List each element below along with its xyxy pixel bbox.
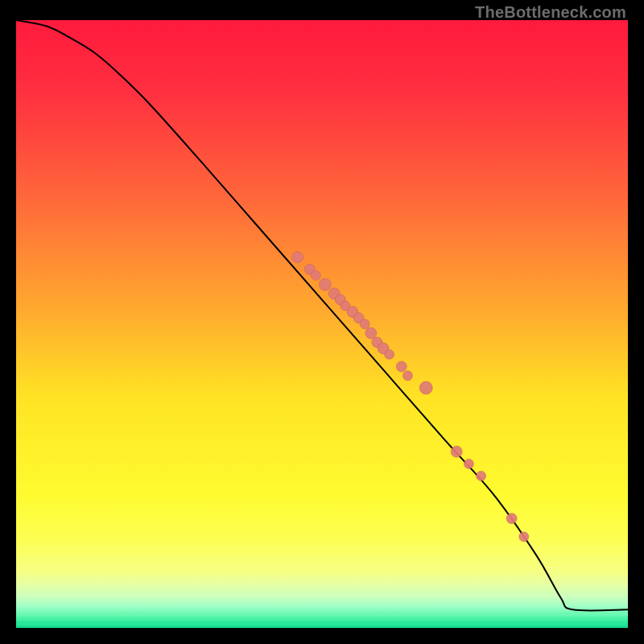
data-point — [419, 382, 432, 394]
data-point — [365, 328, 377, 339]
svg-rect-13 — [16, 605, 628, 606]
svg-rect-12 — [16, 600, 628, 601]
svg-rect-17 — [16, 623, 628, 625]
svg-rect-0 — [16, 543, 628, 544]
data-point — [396, 361, 407, 372]
data-point — [464, 459, 473, 469]
svg-rect-15 — [16, 614, 628, 616]
data-point — [319, 279, 331, 291]
svg-rect-11 — [16, 595, 628, 597]
svg-rect-1 — [16, 547, 628, 549]
data-point — [292, 251, 303, 262]
data-point — [519, 532, 529, 542]
data-point — [311, 270, 320, 280]
plot-area — [16, 20, 628, 628]
data-point — [477, 471, 486, 481]
svg-rect-14 — [16, 609, 628, 611]
gradient-background — [16, 20, 628, 628]
chart-stage: TheBottleneck.com — [0, 0, 644, 644]
data-point — [451, 446, 462, 457]
chart-svg — [16, 20, 628, 628]
data-point — [506, 514, 517, 524]
svg-rect-6 — [16, 572, 628, 573]
data-point — [385, 349, 394, 359]
svg-rect-8 — [16, 580, 628, 582]
svg-rect-10 — [16, 590, 628, 592]
svg-rect-4 — [16, 562, 628, 564]
data-point — [360, 320, 369, 329]
svg-rect-7 — [16, 576, 628, 578]
svg-rect-9 — [16, 585, 628, 587]
svg-rect-16 — [16, 619, 628, 621]
data-point — [402, 371, 412, 381]
watermark-label: TheBottleneck.com — [475, 3, 626, 22]
svg-rect-3 — [16, 557, 628, 559]
svg-rect-5 — [16, 567, 628, 568]
